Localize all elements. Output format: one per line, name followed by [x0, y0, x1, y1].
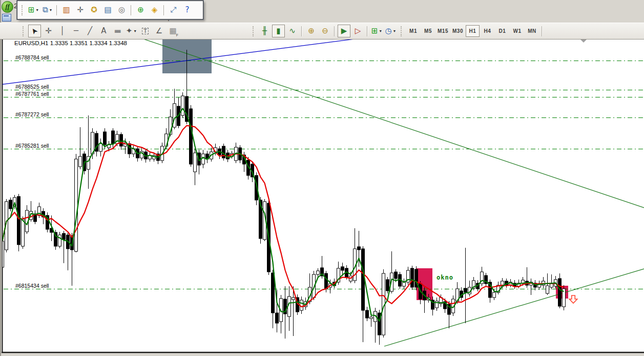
new-order-icon[interactable]: ⊕	[134, 4, 147, 16]
candlestick-icon[interactable]: ▮	[272, 25, 285, 37]
zoom-out-icon: ⊖	[322, 27, 328, 35]
bull-candle	[194, 153, 197, 172]
navigator-icon: ✪	[91, 6, 97, 14]
expert-alert-icon[interactable]: ◈	[148, 4, 161, 16]
timeframe-d1[interactable]: D1	[495, 25, 509, 37]
help-icon[interactable]: ?	[181, 4, 194, 16]
timeframe-toolbar: M1M5M15M30H1H4D1W1MN	[406, 25, 539, 37]
floating-toolbar-icons: ⊞▼⧉▼▥✛✪▤◎⊕◈⤢?	[27, 4, 194, 16]
strategy-tester-icon: ◎	[118, 6, 125, 14]
zoom-out-icon[interactable]: ⊖	[319, 25, 331, 37]
arrows-tool: ✦	[126, 27, 133, 35]
new-chart-icon-dropdown[interactable]: ▼	[35, 8, 39, 12]
bear-candle	[222, 146, 225, 158]
order-label: #6788525 sell	[15, 84, 49, 90]
order-label: #6785281 sell	[15, 143, 49, 149]
chart-toolbar: ╫▮∿⊕⊖▶▷⊞▼◷▼	[258, 25, 398, 37]
new-chart-icon: ⊞	[28, 6, 35, 14]
indicators-icon[interactable]: ⊞▼	[370, 25, 383, 37]
timeframe-m30[interactable]: M30	[451, 25, 465, 37]
separator	[131, 5, 132, 15]
timeframe-mn[interactable]: MN	[525, 25, 539, 37]
market-watch-icon[interactable]: ▥	[60, 4, 73, 16]
timeframe-w1[interactable]: W1	[510, 25, 524, 37]
text-label-tool[interactable]: T	[139, 25, 152, 37]
new-chart-icon[interactable]: ⊞▼	[27, 4, 40, 16]
trendline-tool[interactable]: ╱	[84, 25, 96, 37]
navigator-icon[interactable]: ✪	[88, 4, 100, 16]
periods-icon-dropdown[interactable]: ▼	[393, 29, 397, 33]
terminal-icon: ▤	[104, 6, 111, 14]
timeframe-m1[interactable]: M1	[406, 25, 420, 37]
timeframe-h4[interactable]: H4	[481, 25, 494, 37]
separator	[542, 26, 543, 36]
floating-toolbar: ⊞▼⧉▼▥✛✪▤◎⊕◈⤢?	[17, 1, 203, 19]
arrows-tool-dropdown[interactable]: ▼	[133, 29, 137, 33]
periods-icon[interactable]: ◷▼	[384, 25, 397, 37]
fullscreen-icon[interactable]: ⤢	[167, 4, 180, 16]
bar-chart-icon[interactable]: ╫	[258, 25, 271, 37]
toolbar-grip[interactable]	[253, 26, 256, 36]
bear-candle	[9, 200, 12, 209]
separator	[367, 26, 368, 36]
crosshair-tool: ✛	[45, 27, 52, 35]
crosshair-tool[interactable]: ✛	[42, 25, 55, 37]
zoom-in-icon[interactable]: ⊕	[305, 25, 318, 37]
bear-candle	[386, 280, 389, 291]
auto-scroll-icon[interactable]: ▶	[338, 25, 350, 37]
drawing-toolbar: ➤✛│─╱A▬✦▼T∠▦F	[28, 25, 180, 37]
expert-alert-icon: ◈	[152, 6, 158, 14]
help-icon: ?	[185, 6, 190, 14]
bull-candle	[58, 235, 61, 246]
bull-candle	[317, 271, 320, 274]
vertical-line-tool: │	[60, 27, 65, 35]
timeframe-m5[interactable]: M5	[421, 25, 435, 37]
bear-candle	[358, 247, 361, 250]
toolbar-row: ➤✛│─╱A▬✦▼T∠▦F ╫▮∿⊕⊖▶▷⊞▼◷▼ M1M5M15M30H1H4…	[0, 23, 644, 39]
bull-candle	[493, 292, 496, 298]
fibonacci-grid-tool[interactable]: ▦F	[167, 25, 179, 37]
timeframe-h1[interactable]: H1	[466, 25, 480, 37]
order-label: #6787272 sell	[15, 111, 49, 117]
cursor-tool: ➤	[30, 26, 40, 36]
bear-candle	[325, 273, 328, 289]
trendline-tool: ╱	[88, 27, 92, 35]
bull-candle	[202, 154, 205, 164]
profiles-icon[interactable]: ⧉▼	[41, 4, 54, 16]
app-logo-icon: ff	[2, 1, 13, 13]
timeframe-m15[interactable]: M15	[436, 25, 450, 37]
text-label-tool: T	[142, 28, 149, 34]
horizontal-line-tool[interactable]: ─	[70, 25, 82, 37]
data-window-icon[interactable]: ✛	[74, 4, 87, 16]
toolbar-grip[interactable]	[401, 26, 404, 36]
cursor-tool[interactable]: ➤	[28, 25, 41, 37]
rectangle-tool[interactable]: ▬	[111, 25, 124, 37]
terminal-icon[interactable]: ▤	[101, 4, 114, 16]
profiles-icon-dropdown[interactable]: ▼	[49, 8, 52, 12]
window-edge	[0, 0, 1, 356]
chart-background	[3, 39, 644, 352]
fibonacci-fan-tool[interactable]: ∠	[153, 25, 165, 37]
indicators-icon-dropdown[interactable]: ▼	[379, 29, 382, 33]
periods-icon: ◷	[385, 27, 391, 35]
text-tool[interactable]: A	[97, 25, 110, 37]
okno-label[interactable]: okno	[437, 274, 453, 281]
separator	[56, 5, 57, 15]
candlestick-icon: ▮	[276, 27, 280, 35]
arrows-tool[interactable]: ✦▼	[125, 25, 138, 37]
toolbar-grip[interactable]	[22, 5, 25, 15]
bear-candle	[17, 196, 20, 245]
vertical-line-tool[interactable]: │	[56, 25, 69, 37]
bear-candle	[341, 267, 344, 270]
chart-shift-icon: ▷	[355, 27, 361, 35]
line-chart-icon[interactable]: ∿	[286, 25, 299, 37]
data-window-icon: ✛	[77, 6, 84, 14]
chart-window-icon[interactable]	[2, 14, 11, 22]
toolbar-grip[interactable]	[23, 26, 26, 36]
fullscreen-icon: ⤢	[170, 6, 176, 14]
bear-candle	[366, 310, 369, 318]
strategy-tester-icon[interactable]: ◎	[115, 4, 128, 16]
chart-canvas[interactable]: #6788784 sell#6788525 sell#6787761 sell#…	[0, 0, 644, 356]
chart-shift-icon[interactable]: ▷	[351, 25, 364, 37]
mt4-window: { "window": { "title_fragment": "2", "lo…	[0, 0, 644, 356]
